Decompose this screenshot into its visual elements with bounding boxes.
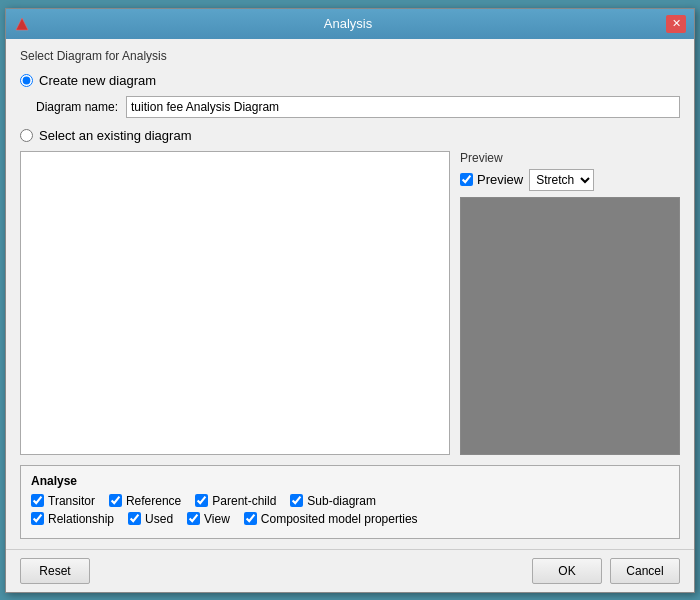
relationship-label[interactable]: Relationship bbox=[48, 512, 114, 526]
create-new-radio-row: Create new diagram bbox=[20, 73, 680, 88]
select-diagram-section-label: Select Diagram for Analysis bbox=[20, 49, 680, 63]
dialog-body: Select Diagram for Analysis Create new d… bbox=[6, 39, 694, 549]
select-existing-radio-row: Select an existing diagram bbox=[20, 128, 680, 143]
sub-diagram-check-item: Sub-diagram bbox=[290, 494, 376, 508]
view-label[interactable]: View bbox=[204, 512, 230, 526]
content-area: Preview Preview Stretch Fit Fill bbox=[20, 151, 680, 455]
composited-check-item: Composited model properties bbox=[244, 512, 418, 526]
used-checkbox[interactable] bbox=[128, 512, 141, 525]
create-new-radio[interactable] bbox=[20, 74, 33, 87]
analyse-row-2: Relationship Used View Composited model … bbox=[31, 512, 669, 526]
view-checkbox[interactable] bbox=[187, 512, 200, 525]
close-button[interactable]: ✕ bbox=[666, 15, 686, 33]
reference-label[interactable]: Reference bbox=[126, 494, 181, 508]
preview-checkbox[interactable] bbox=[460, 173, 473, 186]
select-existing-radio[interactable] bbox=[20, 129, 33, 142]
analysis-dialog: Analysis ✕ Select Diagram for Analysis C… bbox=[5, 8, 695, 593]
ok-button[interactable]: OK bbox=[532, 558, 602, 584]
dialog-title: Analysis bbox=[30, 16, 666, 31]
app-icon bbox=[14, 16, 30, 32]
used-check-item: Used bbox=[128, 512, 173, 526]
view-check-item: View bbox=[187, 512, 230, 526]
composited-label[interactable]: Composited model properties bbox=[261, 512, 418, 526]
diagram-name-row: Diagram name: bbox=[36, 96, 680, 118]
transitor-checkbox[interactable] bbox=[31, 494, 44, 507]
transitor-label[interactable]: Transitor bbox=[48, 494, 95, 508]
preview-checkbox-label[interactable]: Preview bbox=[477, 172, 523, 187]
composited-checkbox[interactable] bbox=[244, 512, 257, 525]
relationship-check-item: Relationship bbox=[31, 512, 114, 526]
analyse-row-1: Transitor Reference Parent-child Sub-dia… bbox=[31, 494, 669, 508]
create-new-label[interactable]: Create new diagram bbox=[39, 73, 156, 88]
parent-child-check-item: Parent-child bbox=[195, 494, 276, 508]
svg-marker-0 bbox=[16, 18, 28, 30]
sub-diagram-checkbox[interactable] bbox=[290, 494, 303, 507]
title-bar: Analysis ✕ bbox=[6, 9, 694, 39]
transitor-check-item: Transitor bbox=[31, 494, 95, 508]
diagram-name-label: Diagram name: bbox=[36, 100, 118, 114]
footer-right: OK Cancel bbox=[532, 558, 680, 584]
diagram-list[interactable] bbox=[20, 151, 450, 455]
parent-child-label[interactable]: Parent-child bbox=[212, 494, 276, 508]
analyse-section: Analyse Transitor Reference Parent-child… bbox=[20, 465, 680, 539]
footer: Reset OK Cancel bbox=[6, 549, 694, 592]
preview-section-label: Preview bbox=[460, 151, 680, 165]
preview-controls: Preview Stretch Fit Fill bbox=[460, 169, 680, 191]
relationship-checkbox[interactable] bbox=[31, 512, 44, 525]
reset-button[interactable]: Reset bbox=[20, 558, 90, 584]
used-label[interactable]: Used bbox=[145, 512, 173, 526]
reference-check-item: Reference bbox=[109, 494, 181, 508]
preview-checkbox-row: Preview bbox=[460, 172, 523, 187]
diagram-name-input[interactable] bbox=[126, 96, 680, 118]
analyse-title: Analyse bbox=[31, 474, 669, 488]
parent-child-checkbox[interactable] bbox=[195, 494, 208, 507]
sub-diagram-label[interactable]: Sub-diagram bbox=[307, 494, 376, 508]
stretch-select[interactable]: Stretch Fit Fill bbox=[529, 169, 594, 191]
preview-box bbox=[460, 197, 680, 455]
reference-checkbox[interactable] bbox=[109, 494, 122, 507]
select-existing-label[interactable]: Select an existing diagram bbox=[39, 128, 191, 143]
preview-section: Preview Preview Stretch Fit Fill bbox=[460, 151, 680, 455]
cancel-button[interactable]: Cancel bbox=[610, 558, 680, 584]
